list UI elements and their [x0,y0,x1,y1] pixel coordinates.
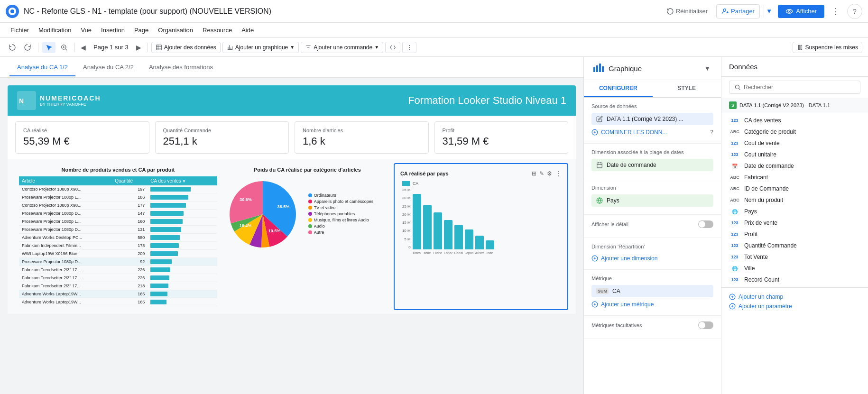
menu-aide[interactable]: Aide [237,25,259,36]
undo-toolbar-button[interactable] [6,42,19,53]
bar-chart-bar [434,212,442,249]
table-row: WWI Laptop19W X0196 Blue 209 [19,250,217,258]
tab-ca-2[interactable]: Analyse du CA 2/2 [75,58,141,76]
cell-ca [148,226,217,234]
menu-insertion[interactable]: Insertion [96,25,129,36]
field-item[interactable]: 123Cout unitaire [721,149,868,160]
panel-dropdown-button[interactable]: ▼ [702,63,713,74]
svg-rect-13 [593,67,595,72]
field-name: Record Count [744,276,779,283]
chevron-down-icon2: ▼ [374,45,379,50]
tab-formations[interactable]: Analyse des formations [141,58,221,76]
field-item[interactable]: 123Tot Vente [721,251,868,263]
field-name: Profit [744,231,757,238]
add-repartition-button[interactable]: Ajouter une dimension [591,253,713,264]
redo-toolbar-button[interactable] [21,42,34,53]
menu-page[interactable]: Page [129,25,153,36]
menu-fichier[interactable]: Fichier [6,25,34,36]
menu-ressource[interactable]: Ressource [198,25,237,36]
table-row: Fabrikam Trendsetter 2/3" 17... 226 [19,274,217,282]
field-item[interactable]: 🌐Ville [721,263,868,274]
data-panel-header: Données [721,57,868,77]
detail-toggle[interactable] [698,220,713,228]
chart-edit-button[interactable]: ✎ [539,170,544,177]
menu-modification[interactable]: Modification [34,25,76,36]
config-optional: Métriques facultatives [584,316,721,339]
add-data-button[interactable]: Ajouter des données [151,42,221,53]
tab-configurer[interactable]: CONFIGURER [584,80,653,97]
cell-ca [148,185,217,193]
menu-vue[interactable]: Vue [76,25,96,36]
source-item[interactable]: DATA 1.1 (Corrigé V2 2023) ... [591,113,713,125]
next-page-button[interactable]: ▶ [134,43,143,52]
optional-toggle[interactable] [698,321,713,329]
page-title: NC - Refonte GLS - N1 - template (pour s… [24,7,662,16]
partager-dropdown-button[interactable]: ▼ [764,5,774,18]
field-item[interactable]: ABCID de Commande [721,183,868,194]
svg-rect-14 [596,65,598,72]
cell-ca [148,202,217,210]
field-item[interactable]: 🌐Pays [721,206,868,217]
field-item[interactable]: ABCFabricant [721,172,868,183]
more-toolbar-button[interactable]: ⋮ [402,42,416,53]
menu-organisation[interactable]: Organisation [153,25,198,36]
canvas-content: N NUMERICOACH BY THIERRY VANOFFE Formati… [0,78,583,394]
cell-article: Adventure Works Laptop19W... [19,298,112,306]
legend-ca-label: CA [413,181,419,186]
field-item[interactable]: 123Prix de vente [721,217,868,229]
cell-qty: 165 [112,290,148,298]
cursor-button[interactable] [42,42,55,53]
reinit-button[interactable]: Réinitialiser [662,5,712,18]
afficher-button[interactable]: Afficher [778,5,824,18]
svg-text:N: N [19,97,24,105]
table-row: Fabrikam Independent Filmm... 173 [19,242,217,250]
field-item[interactable]: 123Profit [721,229,868,240]
field-item[interactable]: ABCNom du produit [721,194,868,206]
field-item[interactable]: 📅Date de commande [721,160,868,172]
more-options-button[interactable]: ⋮ [828,4,843,19]
add-control-button[interactable]: Ajouter une commande ▼ [301,42,383,53]
field-item[interactable]: 123Cout de vente [721,137,868,149]
field-name: Pays [744,208,757,215]
add-metric-button[interactable]: Ajouter une métrique [591,299,713,310]
zoom-button[interactable] [57,42,71,53]
dimension-item[interactable]: Pays [591,194,713,207]
bar-chart-bar [423,205,432,249]
prev-page-button[interactable]: ◀ [79,43,88,52]
field-name: Tot Vente [744,254,768,260]
report-area: N NUMERICOACH BY THIERRY VANOFFE Formati… [8,85,576,314]
legend-item: Ordinateurs [308,193,374,198]
field-item[interactable]: 123Quantité Commande [721,240,868,251]
code-button[interactable] [385,42,400,53]
legend-item: Musique, films et livres Audio [308,218,374,222]
config-repartition: Dimension 'Répartition' Ajouter une dime… [584,238,721,270]
help-button[interactable]: ? [847,4,862,19]
chart-more-button[interactable]: ⋮ [555,170,562,177]
field-list: 123CA des ventesABCCatégorie de produit1… [721,113,868,287]
pie-container: 38.5%10.5%16.4%30.6% OrdinateursAppareil… [225,176,390,252]
date-dim-item[interactable]: Date de commande [591,159,713,171]
tab-ca-1[interactable]: Analyse du CA 1/2 [9,58,75,76]
canvas-tabs: Analyse du CA 1/2 Analyse du CA 2/2 Anal… [0,57,583,78]
add-field-button[interactable]: Ajouter un champ [729,293,860,300]
chart-settings-button[interactable]: ⚙ [547,170,552,177]
bar-chart-bar [444,220,452,249]
pie-legend: OrdinateursAppareils photo et caméscopes… [308,193,374,236]
cell-article: Proseware Projector 1080p D... [19,226,112,234]
add-param-button[interactable]: Ajouter un paramètre [729,303,860,310]
add-chart-button[interactable]: Ajouter un graphique ▼ [222,42,299,53]
field-type-badge: 123 [729,243,740,248]
col-ca[interactable]: CA des ventes [148,176,217,185]
chart-resize-button[interactable]: ⊞ [532,170,536,177]
field-item[interactable]: 123CA des ventes [721,115,868,126]
metric-item[interactable]: SUM CA [591,285,713,297]
svg-rect-16 [602,66,604,72]
partager-button[interactable]: Partager [716,4,760,18]
field-item[interactable]: 123Record Count [721,274,868,285]
combine-data-button[interactable]: COMBINER LES DONN... ? [591,127,713,137]
search-input[interactable] [744,84,855,91]
field-item[interactable]: ABCCatégorie de produit [721,126,868,137]
tab-style[interactable]: STYLE [653,80,721,97]
suspend-button[interactable]: Suspendre les mises [793,42,862,53]
pause-icon [797,44,803,51]
